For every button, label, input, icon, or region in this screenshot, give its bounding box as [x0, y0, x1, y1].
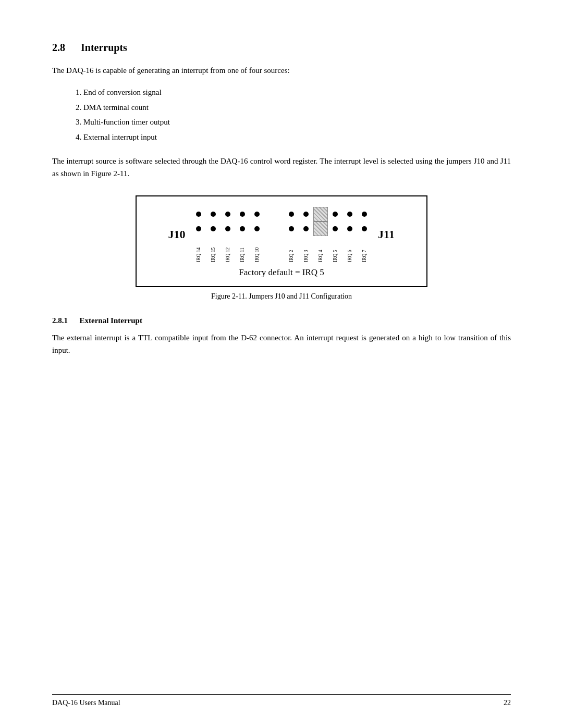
subsection-heading: 2.8.1 External Interrupt — [52, 316, 511, 325]
dot — [289, 226, 294, 231]
dot-cell — [191, 207, 206, 221]
dot-cell — [299, 221, 313, 236]
dot — [196, 212, 201, 217]
dot — [347, 226, 352, 231]
irq-label-10: IRQ 10 — [250, 237, 264, 262]
dot-cell — [221, 221, 235, 236]
body-paragraph: The interrupt source is software selecte… — [52, 155, 511, 180]
dot-cell — [250, 207, 264, 221]
jumper-diagram: J10 — [152, 207, 411, 262]
j10-label: J10 — [167, 228, 186, 241]
dot — [254, 226, 260, 231]
dot-cell — [284, 221, 299, 236]
footer-title: DAQ-16 Users Manual — [52, 699, 120, 707]
irq-label-14: IRQ 14 — [191, 237, 206, 262]
irq-label-4: IRQ 4 — [313, 237, 328, 262]
list-item: DMA terminal count — [83, 100, 511, 115]
j10-row1 — [191, 207, 264, 221]
dot — [347, 212, 352, 217]
intro-paragraph: The DAQ-16 is capable of generating an i… — [52, 64, 511, 77]
dot-cell — [206, 207, 221, 221]
dot-cell — [206, 221, 221, 236]
dot-cell — [328, 207, 342, 221]
dot-cell — [284, 207, 299, 221]
j10-group: IRQ 14 IRQ 15 IRQ 12 IRQ 11 IRQ 10 — [191, 207, 264, 262]
irq-label-11: IRQ 11 — [235, 237, 250, 262]
j11-row1 — [284, 207, 372, 221]
j11-row2 — [284, 221, 372, 236]
dot-cell — [328, 221, 342, 236]
j11-label: J11 — [377, 228, 396, 241]
irq-label-2: IRQ 2 — [284, 237, 299, 262]
subsection-body: The external interrupt is a TTL compatib… — [52, 331, 511, 356]
footer: DAQ-16 Users Manual 22 — [52, 694, 511, 707]
irq-label-5: IRQ 5 — [328, 237, 342, 262]
dot — [303, 212, 309, 217]
subsection-title: External Interrupt — [80, 316, 142, 325]
dot — [254, 212, 260, 217]
irq-label-7: IRQ 7 — [357, 237, 372, 262]
dot — [362, 226, 367, 231]
list-item: End of conversion signal — [83, 85, 511, 100]
dot — [333, 226, 338, 231]
section-title: Interrupts — [81, 42, 127, 53]
irq-label-15: IRQ 15 — [206, 237, 221, 262]
dot — [240, 226, 245, 231]
factory-default: Factory default = IRQ 5 — [152, 267, 411, 278]
dot-cell — [342, 221, 357, 236]
footer-page: 22 — [504, 699, 511, 707]
irq-label-6: IRQ 6 — [342, 237, 357, 262]
page: 2.8 Interrupts The DAQ-16 is capable of … — [0, 0, 563, 728]
dot — [211, 226, 216, 231]
irq-label-12: IRQ 12 — [221, 237, 235, 262]
dot-cell — [357, 207, 372, 221]
dot-cell — [221, 207, 235, 221]
dot-cell — [191, 221, 206, 236]
dot-cell — [235, 207, 250, 221]
dot-cell — [342, 207, 357, 221]
list-item: External interrupt input — [83, 130, 511, 145]
dot-cell — [235, 221, 250, 236]
dot — [211, 212, 216, 217]
dot — [240, 212, 245, 217]
j10-dots — [191, 207, 264, 236]
j11-dots — [284, 207, 372, 236]
dot — [225, 226, 230, 231]
section-heading: 2.8 Interrupts — [52, 42, 511, 54]
dot — [362, 212, 367, 217]
dot-cell — [357, 221, 372, 236]
dot-cell — [299, 207, 313, 221]
dot-cell — [250, 221, 264, 236]
dot — [225, 212, 230, 217]
dot — [289, 212, 294, 217]
j10-row2 — [191, 221, 264, 236]
sources-list: End of conversion signal DMA terminal co… — [83, 85, 511, 144]
section-number: 2.8 — [52, 42, 65, 53]
list-item: Multi-function timer output — [83, 115, 511, 130]
figure-caption: Figure 2-11. Jumpers J10 and J11 Configu… — [211, 292, 352, 301]
irq5-highlight-bottom — [313, 221, 328, 236]
j11-group: IRQ 2 IRQ 3 IRQ 4 IRQ 5 IRQ 6 IRQ 7 — [284, 207, 372, 262]
dot — [303, 226, 309, 231]
irq5-highlight-top — [313, 207, 328, 221]
j11-irq-labels: IRQ 2 IRQ 3 IRQ 4 IRQ 5 IRQ 6 IRQ 7 — [284, 237, 372, 262]
dot — [333, 212, 338, 217]
subsection-number: 2.8.1 — [52, 316, 68, 325]
figure-container: J10 — [136, 195, 427, 311]
dot — [196, 226, 201, 231]
j10-irq-labels: IRQ 14 IRQ 15 IRQ 12 IRQ 11 IRQ 10 — [191, 237, 264, 262]
irq-label-3: IRQ 3 — [299, 237, 313, 262]
figure-box: J10 — [136, 195, 427, 287]
